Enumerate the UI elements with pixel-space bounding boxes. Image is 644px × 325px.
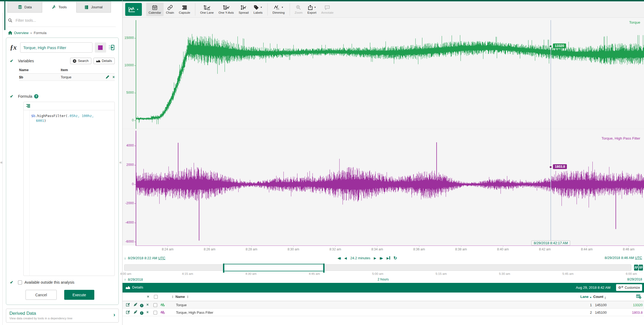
lane1-series-label[interactable]: Torque <box>629 20 640 24</box>
y-tick-mark <box>134 38 136 38</box>
toolbar-dimming-button[interactable]: ▼ Dimming <box>270 3 287 16</box>
toolbar-one-y-axis-button[interactable]: One Y-Axis <box>216 3 236 16</box>
lane1-y-axis[interactable] <box>136 20 136 129</box>
range-start[interactable]: ↓ 8/29/2018 8:22 AM UTC <box>124 256 166 260</box>
view-selector-button[interactable]: ▼ <box>125 3 142 16</box>
remove-variable-icon[interactable]: × <box>113 75 115 79</box>
range-end-timezone[interactable]: UTC <box>635 256 642 260</box>
toolbar-labels-button[interactable]: ▼ Labels <box>251 3 265 16</box>
sort-icon[interactable]: ▲▼ <box>187 295 189 298</box>
display-range-row: ↓ 8/29/2018 8:22 AM UTC ◀◀ ◀ 24.2 minute… <box>123 254 644 263</box>
row-checkbox[interactable] <box>153 311 157 315</box>
row-name[interactable]: Torque <box>176 303 187 307</box>
toolbar-chain-button[interactable]: Chain <box>164 3 177 16</box>
formula-list-icon[interactable] <box>26 104 30 108</box>
auto-fit-range-icon[interactable] <box>634 264 643 271</box>
collapse-sidebar-handle[interactable]: « <box>119 160 122 165</box>
x-tick-mark <box>419 246 419 247</box>
cursor-timestamp-tooltip: 8/29/2018 8:42:17 AM <box>531 240 570 246</box>
filter-tools-input[interactable] <box>15 18 116 23</box>
toolbar-separator <box>195 3 195 16</box>
sort-icon[interactable]: ▲▼ <box>604 296 606 300</box>
count-column-header[interactable]: Count ▲▼ <box>593 295 613 300</box>
check-icon: ✔ <box>10 94 18 99</box>
database-icon <box>18 5 22 9</box>
toolbar-dimming-label: Dimming <box>272 11 285 14</box>
rocket-icon[interactable] <box>134 303 137 306</box>
tab-data[interactable]: Data <box>8 2 42 13</box>
step-forward-half-icon[interactable]: ▶ <box>374 256 376 260</box>
cancel-button[interactable]: Cancel <box>26 290 57 300</box>
toolbar-capsule-button[interactable]: Capsule <box>177 3 193 16</box>
send-to-worksheet-icon[interactable] <box>109 44 115 51</box>
row-count: 145100 <box>587 303 607 307</box>
select-all-checkbox[interactable] <box>154 295 158 299</box>
refresh-icon[interactable]: ↻ <box>394 255 397 261</box>
investigate-start-date[interactable]: ↑ 8/29/2018 <box>124 277 143 282</box>
step-back-half-icon[interactable]: ◀ <box>344 256 347 260</box>
y-tick-mark <box>134 65 136 66</box>
remove-item-icon[interactable]: × <box>146 310 149 314</box>
x-tick-mark <box>251 246 252 247</box>
slider-track[interactable] <box>124 264 631 271</box>
table-row-torque-high-pass-filter[interactable]: i × Torque, High Pass Filter 2 145100 18… <box>123 309 644 316</box>
remove-all-icon[interactable]: × <box>147 294 149 299</box>
tab-tools[interactable]: Tools <box>42 2 77 13</box>
range-duration[interactable]: 24.2 minutes <box>350 256 370 260</box>
search-variables-button[interactable]: + Search <box>70 58 91 64</box>
table-row-torque[interactable]: i × Torque 1 145100 13320 <box>123 301 644 309</box>
slider-selection-window[interactable] <box>223 264 324 271</box>
tab-journal[interactable]: Journal <box>77 2 111 13</box>
remove-item-icon[interactable]: × <box>146 302 149 307</box>
details-variables-button[interactable]: Details <box>93 58 115 64</box>
slider-right-handle[interactable] <box>323 264 325 273</box>
derived-data-panel[interactable]: Derived Data View data created by tools … <box>6 309 119 323</box>
check-icon: ✔ <box>10 59 18 63</box>
toolbar-one-lane-button[interactable]: One Lane <box>198 3 216 16</box>
formula-name-input[interactable] <box>20 42 92 53</box>
investigate-end-date[interactable]: 8/29/2018 <box>627 277 642 281</box>
home-icon[interactable] <box>8 31 12 35</box>
formula-section-header: ✔ Formula ? <box>10 93 115 100</box>
step-to-end-icon[interactable]: ▶ <box>387 256 390 260</box>
slider-left-handle[interactable] <box>223 264 224 273</box>
info-icon[interactable]: i <box>140 311 143 315</box>
formula-code-input[interactable]: $b.highPassFilter(.05hz, 100hz, 6001) <box>24 110 114 276</box>
lane2-x-axis-line <box>136 246 644 246</box>
lane2-y-axis[interactable] <box>136 131 136 246</box>
range-start-timezone[interactable]: UTC <box>158 256 166 260</box>
info-icon[interactable]: i <box>140 303 143 307</box>
edit-pencil-icon[interactable] <box>106 75 109 79</box>
range-end[interactable]: 8/29/2018 8:46 AM UTC <box>605 256 642 260</box>
toolbar-export-button[interactable]: ▼ Export <box>305 3 319 16</box>
customize-button[interactable]: ⚙⚙ Customize <box>616 284 642 291</box>
execute-button[interactable]: Execute <box>64 290 94 300</box>
edit-properties-icon[interactable] <box>126 310 130 314</box>
lane2-series-label[interactable]: Torque, High Pass Filter <box>602 136 640 140</box>
formula-label: Formula <box>18 94 32 98</box>
trend-canvas[interactable] <box>136 18 644 246</box>
step-back-full-icon[interactable]: ◀◀ <box>337 256 341 260</box>
investigate-duration[interactable]: 2 hours <box>377 277 389 281</box>
x-tick: 8:46 am <box>623 247 634 251</box>
edit-properties-icon[interactable] <box>126 303 130 307</box>
available-outside-checkbox[interactable] <box>18 280 22 284</box>
toolbar-spread-button[interactable]: Spread <box>236 3 251 16</box>
slider-tick: 4:00 am <box>120 272 131 275</box>
step-forward-full-icon[interactable]: ▶▶ <box>380 256 383 260</box>
add-column-icon[interactable] <box>636 294 641 299</box>
sort-icon[interactable]: ▲▼ <box>172 295 174 298</box>
color-swatch-button[interactable] <box>95 42 106 53</box>
select-all-checkbox-wrap <box>154 295 158 300</box>
name-column-header[interactable]: ▲▼ Name ▲▼ <box>172 295 189 299</box>
breadcrumb-overview-link[interactable]: Overview <box>14 31 28 35</box>
x-tick: 8:40 am <box>497 247 509 251</box>
help-icon[interactable]: ? <box>34 94 38 98</box>
lane-column-header[interactable]: Lane ▲ <box>571 295 592 299</box>
col-item: Item <box>61 68 68 72</box>
row-name[interactable]: Torque, High Pass Filter <box>176 311 213 315</box>
rocket-icon[interactable] <box>134 310 137 314</box>
formula-actions: Cancel Execute <box>26 290 115 300</box>
row-checkbox[interactable] <box>153 303 157 307</box>
toolbar-calendar-button[interactable]: Calendar <box>146 3 164 16</box>
